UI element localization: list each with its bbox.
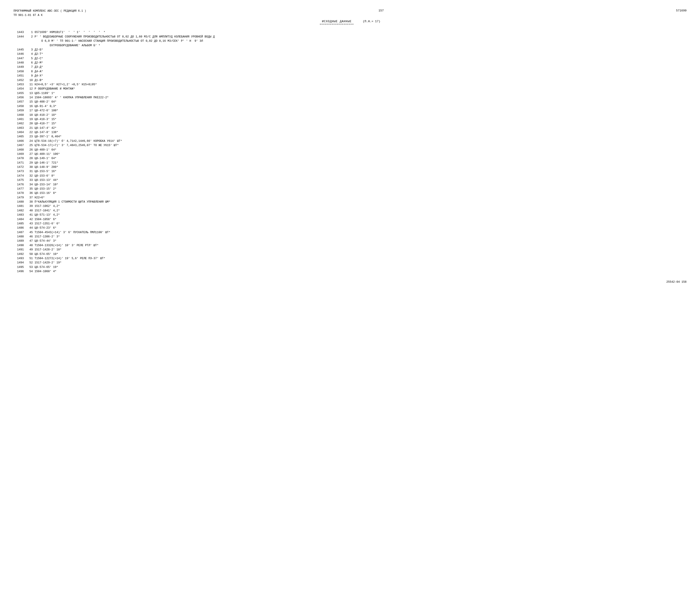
header: ПРОГРАММНЫЙ КОМПЛЕКС АВС-3ЕС ( РЕДАКЦИЯ …	[13, 9, 687, 17]
row-content: Ц8-397-1' 0,464*	[34, 135, 687, 139]
row-id1: 1472	[13, 165, 25, 170]
row-id2: 26	[25, 148, 34, 152]
row-content: Ц8-153-6' 8*	[34, 174, 687, 178]
row-id2: 12	[25, 87, 34, 91]
row-id1: 1478	[13, 191, 25, 196]
table-row: 14508Д4-А*	[13, 70, 687, 74]
table-row: 145917Ц8-472-6' 100*	[13, 109, 687, 113]
row-content: Ц8-574-65' 10*	[34, 252, 687, 256]
row-content: Д2-Т*	[34, 52, 687, 56]
row-id1: 1451	[13, 74, 25, 78]
row-id2: 4	[25, 52, 34, 56]
row-id2: 53	[25, 265, 34, 269]
program-line2: ТП 901-1-81 87 А К	[13, 13, 86, 17]
header-page-number: 157	[378, 9, 384, 12]
table-row: 147836Ц8-153-16' 8*	[13, 191, 687, 196]
program-line1: ПРОГРАММНЫЙ КОМПЛЕКС АВС-3ЕС ( РЕДАКЦИЯ …	[13, 9, 86, 13]
table-row: 1494521517-1429-2' 19*	[13, 261, 687, 265]
row-id2: 11	[25, 83, 34, 87]
row-id1: 1470	[13, 156, 25, 161]
row-id1: 1446	[13, 52, 25, 56]
row-content: Ц8-153-13' 44*	[34, 178, 687, 183]
row-id1: 1452	[13, 78, 25, 83]
row-id1: 1476	[13, 183, 25, 187]
row-id1: 1443	[13, 30, 25, 35]
row-id1: 1485	[13, 222, 25, 226]
row-content: Ц8-574-65' 19*	[34, 265, 687, 269]
row-content: 1517-1386-2' 3*	[34, 235, 687, 239]
row-id2: 44	[25, 226, 34, 230]
row-id2: 22	[25, 130, 34, 135]
table-row: 1481391517-1062' 4,2*	[13, 204, 687, 209]
row-id1: 1465	[13, 135, 25, 139]
table-row: 146826Ц8-409-1' 64*	[13, 148, 687, 152]
row-id1: 1490	[13, 243, 25, 248]
row-content: Д2-С*	[34, 57, 687, 61]
row-id2: 34	[25, 183, 34, 187]
row-id2: 7	[25, 65, 34, 69]
header-doc-number: 571699	[676, 9, 687, 12]
table-row: 1485431517-1351-6' 6*	[13, 222, 687, 226]
table-row: 147230Ц8-148-9' 200*	[13, 165, 687, 170]
table-row: 14486Д2-М*	[13, 61, 687, 65]
row-id1: 1445	[13, 48, 25, 52]
table-row: 148644Ц8-574-23' 6*	[13, 226, 687, 230]
row-id1: 1493	[13, 256, 25, 261]
row-content: 1504-1060' 4*	[34, 269, 687, 274]
row-content: П*КАЛЬКУЛЯЦИЯ 1 СТОИМОСТИ ЩИТА УПРАВЛЕНИ…	[34, 200, 687, 204]
row-content: Ц8-409-1' 64*	[34, 148, 687, 152]
row-content: Д3-Д*	[34, 65, 687, 69]
row-id1: 1471	[13, 161, 25, 165]
row-content: Т1504-13326(=14)' 10' 3' РЕЛЕ РТЛ' ШТ*	[34, 243, 687, 248]
row-id1: 1480	[13, 200, 25, 204]
row-id1: 1484	[13, 217, 25, 222]
row-id1: 1444	[13, 35, 25, 48]
table-row: 14442Р' ' ВОДОЗАБОРНЫЕ СООРУЖЕНИЯ ПРОИЗВ…	[13, 35, 687, 48]
table-row: 148947Ц8-574-44' 3*	[13, 239, 687, 243]
table-row: 146018Ц8-418-2' 18*	[13, 113, 687, 117]
header-left: ПРОГРАММНЫЙ КОМПЛЕКС АВС-3ЕС ( РЕДАКЦИЯ …	[13, 9, 86, 17]
row-id1: 1488	[13, 235, 25, 239]
table-row: 14475Д2-С*	[13, 57, 687, 61]
table-row: 146523Ц8-397-1' 0,464*	[13, 135, 687, 139]
row-id2: 28	[25, 156, 34, 161]
table-row: 146624ЦТ8-534-16(=7)' б' 4,71#2,14#0,66'…	[13, 139, 687, 143]
row-id2: 8	[25, 70, 34, 74]
table-row: 146321Ц8-147-4' 42*	[13, 126, 687, 130]
row-id2: 50	[25, 252, 34, 256]
row-content: Ц8-147-4' 42*	[34, 126, 687, 130]
row-id1: 1458	[13, 104, 25, 109]
row-content: Н24=0,5' =3' Н27=1,2' =0,5' Н15=0|05*	[34, 83, 687, 87]
row-content: Н22=6*	[34, 196, 687, 200]
row-id1: 1461	[13, 117, 25, 122]
row-content: Т1504-12272(=14)' 19' 5,6' РЕЛЕ ПЭ-37' Ш…	[34, 256, 687, 261]
row-id1: 1477	[13, 187, 25, 191]
table-row: 148038П*КАЛЬКУЛЯЦИЯ 1 СТОИМОСТИ ЩИТА УПР…	[13, 200, 687, 204]
row-id1: 1494	[13, 261, 25, 265]
row-id2: 6	[25, 61, 34, 65]
row-id1: 1492	[13, 252, 25, 256]
table-row: 149351Т1504-12272(=14)' 19' 5,6' РЕЛЕ ПЭ…	[13, 256, 687, 261]
row-id1: 1464	[13, 130, 25, 135]
table-row: 147028Ц8-149-1' 64*	[13, 156, 687, 161]
row-content: 1517-1429-2' 19*	[34, 261, 687, 265]
row-content: Ц8-153-16' 8*	[34, 191, 687, 196]
row-content: Ц8-472-6' 100*	[34, 109, 687, 113]
row-id1: 1475	[13, 178, 25, 183]
row-id1: 1449	[13, 65, 25, 69]
table-row: 145816Ц8-91-4' 0,3*	[13, 104, 687, 109]
row-id2: 31	[25, 170, 34, 174]
table-row: 145311Н24=0,5' =3' Н27=1,2' =0,5' Н15=0|…	[13, 83, 687, 87]
row-content: 1517-1062' 4,2*	[34, 204, 687, 209]
table-row: 147937Н22=6*	[13, 196, 687, 200]
row-id2: 20	[25, 122, 34, 126]
row-id2: 15	[25, 100, 34, 104]
row-id2: 46	[25, 235, 34, 239]
row-id2: 3	[25, 48, 34, 52]
table-row: 14519Д4-Х*	[13, 74, 687, 78]
row-id2: 51	[25, 256, 34, 261]
row-content: Д4-А*	[34, 70, 687, 74]
row-id2: 14	[25, 96, 34, 100]
row-content: Д4-Х*	[34, 74, 687, 78]
row-id2: 32	[25, 174, 34, 178]
